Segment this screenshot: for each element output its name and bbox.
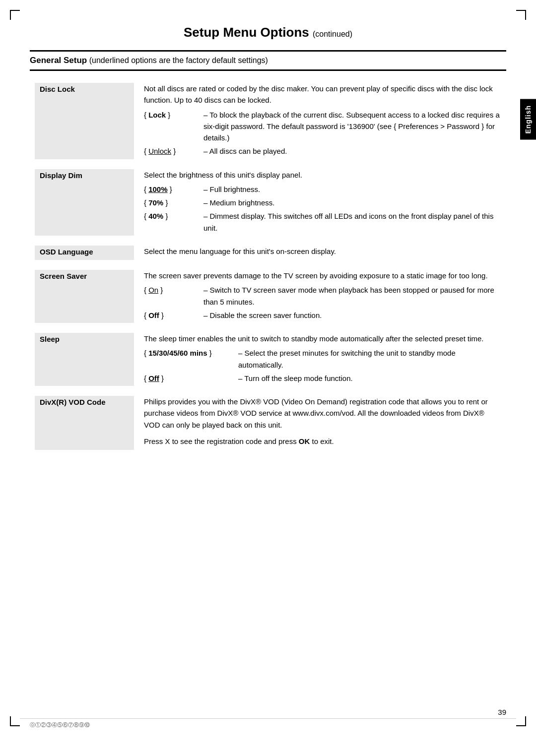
divx-label: DivX(R) VOD Code: [35, 396, 134, 450]
sleep-off-desc: – Turn off the sleep mode function.: [238, 373, 501, 384]
language-tab: English: [520, 99, 536, 140]
option-row-osd-language: OSD Language Select the menu language fo…: [35, 246, 501, 260]
display-dim-100-desc: – Full brightness.: [203, 184, 501, 195]
sleep-off-row: { Off } – Turn off the sleep mode functi…: [144, 373, 501, 384]
disc-lock-lock-row: { Lock } – To block the playback of the …: [144, 109, 501, 144]
content-area: Disc Lock Not all discs are rated or cod…: [30, 83, 506, 450]
corner-mark-tr: [516, 10, 526, 20]
divx-desc: Philips provides you with the DivX® VOD …: [144, 396, 501, 431]
disc-lock-lock-key: { Lock }: [144, 109, 203, 144]
sleep-mins-key: { 15/30/45/60 mins }: [144, 347, 238, 371]
screen-saver-off-desc: – Disable the screen saver function.: [203, 310, 501, 321]
title-text: Setup Menu Options: [184, 25, 309, 40]
corner-mark-br: [516, 716, 526, 726]
page-number: 39: [498, 708, 506, 716]
section-subtitle: (underlined options are the factory defa…: [89, 56, 268, 64]
display-dim-suboptions: { 100% } – Full brightness. { 70% } – Me…: [144, 184, 501, 234]
screen-saver-on-row: { On } – Switch to TV screen saver mode …: [144, 284, 501, 308]
screen-saver-off-key: { Off }: [144, 310, 203, 321]
osd-language-label: OSD Language: [35, 246, 134, 260]
osd-language-desc: Select the menu language for this unit's…: [144, 246, 501, 257]
disc-lock-unlock-key: { Unlock }: [144, 145, 203, 157]
display-dim-40-desc: – Dimmest display. This switches off all…: [203, 210, 501, 234]
screen-saver-on-desc: – Switch to TV screen saver mode when pl…: [203, 284, 501, 308]
display-dim-40-row: { 40% } – Dimmest display. This switches…: [144, 210, 501, 234]
display-dim-desc: Select the brightness of this unit's dis…: [144, 169, 501, 181]
sleep-suboptions: { 15/30/45/60 mins } – Select the preset…: [144, 347, 501, 384]
display-dim-40-key: { 40% }: [144, 210, 203, 234]
display-dim-70-desc: – Medium brightness.: [203, 197, 501, 208]
screen-saver-on-key: { On }: [144, 284, 203, 308]
option-row-screen-saver: Screen Saver The screen saver prevents d…: [35, 270, 501, 323]
sleep-off-key: { Off }: [144, 373, 238, 384]
disc-lock-suboptions: { Lock } – To block the playback of the …: [144, 109, 501, 157]
section-title: General Setup: [30, 56, 87, 65]
display-dim-content: Select the brightness of this unit's dis…: [134, 169, 501, 236]
page-container: English Setup Menu Options (continued) G…: [0, 0, 536, 756]
osd-language-content: Select the menu language for this unit's…: [134, 246, 501, 260]
disc-lock-unlock-row: { Unlock } – All discs can be played.: [144, 145, 501, 157]
display-dim-70-key: { 70% }: [144, 197, 203, 208]
display-dim-100-key: { 100% }: [144, 184, 203, 195]
sleep-content: The sleep timer enables the unit to swit…: [134, 333, 501, 386]
option-row-divx: DivX(R) VOD Code Philips provides you wi…: [35, 396, 501, 450]
page-title: Setup Menu Options (continued): [30, 25, 506, 40]
disc-lock-lock-desc: – To block the playback of the current d…: [203, 109, 501, 144]
divx-extra: Press X to see the registration code and…: [144, 436, 501, 447]
corner-mark-bl: [10, 716, 20, 726]
footer-dots: ⓪①②③④⑤⑥⑦⑧⑨⑩: [30, 721, 90, 729]
display-dim-100-row: { 100% } – Full brightness.: [144, 184, 501, 195]
sleep-desc: The sleep timer enables the unit to swit…: [144, 333, 501, 344]
title-continued: (continued): [313, 30, 352, 38]
disc-lock-label: Disc Lock: [35, 83, 134, 159]
screen-saver-off-row: { Off } – Disable the screen saver funct…: [144, 310, 501, 321]
option-row-sleep: Sleep The sleep timer enables the unit t…: [35, 333, 501, 386]
corner-mark-tl: [10, 10, 20, 20]
display-dim-70-row: { 70% } – Medium brightness.: [144, 197, 501, 208]
footer-line: [20, 718, 516, 719]
divx-content: Philips provides you with the DivX® VOD …: [134, 396, 501, 450]
option-row-disc-lock: Disc Lock Not all discs are rated or cod…: [35, 83, 501, 159]
disc-lock-desc: Not all discs are rated or coded by the …: [144, 83, 501, 106]
screen-saver-desc: The screen saver prevents damage to the …: [144, 270, 501, 281]
sleep-mins-desc: – Select the preset minutes for switchin…: [238, 347, 501, 371]
screen-saver-content: The screen saver prevents damage to the …: [134, 270, 501, 323]
screen-saver-label: Screen Saver: [35, 270, 134, 323]
sleep-mins-row: { 15/30/45/60 mins } – Select the preset…: [144, 347, 501, 371]
disc-lock-unlock-desc: – All discs can be played.: [203, 145, 501, 157]
disc-lock-content: Not all discs are rated or coded by the …: [134, 83, 501, 159]
section-header: General Setup (underlined options are th…: [30, 50, 506, 71]
option-row-display-dim: Display Dim Select the brightness of thi…: [35, 169, 501, 236]
screen-saver-suboptions: { On } – Switch to TV screen saver mode …: [144, 284, 501, 321]
display-dim-label: Display Dim: [35, 169, 134, 236]
sleep-label: Sleep: [35, 333, 134, 386]
